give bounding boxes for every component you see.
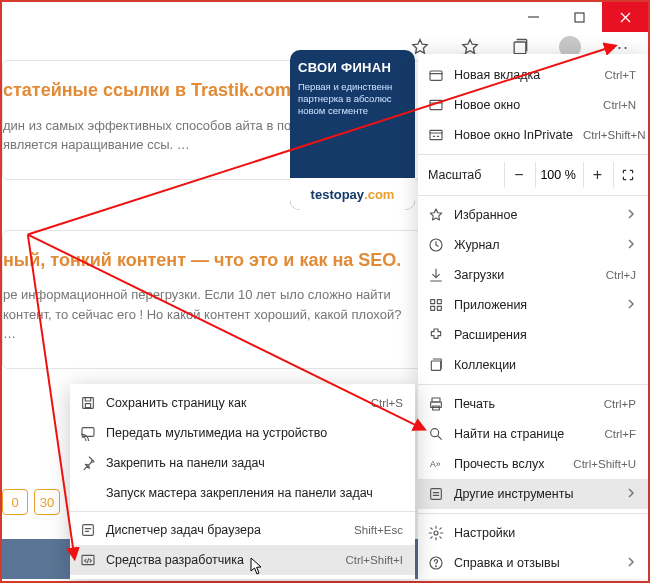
menu-item-shortcut: Ctrl+F [604,428,636,440]
menu-item[interactable]: Найти на странице Ctrl+F [418,419,648,449]
menu-item-label: Загрузки [454,268,596,282]
submenu-item[interactable]: Диспетчер задач браузера Shift+Esc [70,515,415,545]
menu-item-label: Приложения [454,298,616,312]
svg-text:A»: A» [430,459,441,469]
chevron-right-icon [626,298,636,312]
svg-rect-21 [85,404,90,408]
chevron-right-icon [626,238,636,252]
menu-item[interactable]: Печать Ctrl+P [418,389,648,419]
svg-rect-16 [431,489,442,500]
submenu-item[interactable]: Передать мультимедиа на устройство [70,418,415,448]
tab-icon [428,67,444,83]
svg-rect-4 [430,130,442,139]
zoom-out-button[interactable]: − [504,162,533,188]
zoom-controls: Масштаб − 100 % + [418,159,648,191]
svg-rect-6 [431,300,435,304]
print-icon [428,396,444,412]
menu-item[interactable]: Новая вкладка Ctrl+T [418,60,648,90]
close-button[interactable] [602,2,648,32]
menu-item[interactable]: Приложения [418,290,648,320]
menu-item[interactable]: Журнал [418,230,648,260]
svg-rect-1 [514,42,526,54]
menu-item-shortcut: Ctrl+Shift+U [573,458,636,470]
menu-item-label: Коллекции [454,358,636,372]
task-icon [80,522,96,538]
save-icon [80,395,96,411]
titlebar [2,2,648,32]
svg-rect-13 [433,406,440,410]
browser-main-menu[interactable]: Новая вкладка Ctrl+T Новое окно Ctrl+N Н… [418,54,648,579]
help-icon [428,555,444,571]
menu-divider [418,195,648,196]
submenu-item[interactable]: Сохранить страницу как Ctrl+S [70,388,415,418]
pin-icon [80,455,96,471]
promo-brand: testopay.com [290,178,415,210]
cast-icon [80,425,96,441]
menu-item-label: Избранное [454,208,616,222]
minimize-button[interactable] [510,2,556,32]
svg-rect-3 [430,100,442,109]
submenu-item[interactable]: Закрепить на панели задач [70,448,415,478]
chevron-right-icon [626,487,636,501]
promo-banner[interactable]: СВОИ ФИНАН Первая и единственн партнерка… [290,50,415,210]
menu-item[interactable]: Новое окно InPrivate Ctrl+Shift+N [418,120,648,150]
menu-item-label: Настройки [454,526,636,540]
menu-item[interactable]: Настройки [418,518,648,548]
menu-divider [418,384,648,385]
submenu-item-shortcut: Ctrl+S [371,397,403,409]
menu-item-label: Другие инструменты [454,487,616,501]
menu-item-label: Новая вкладка [454,68,594,82]
menu-item[interactable]: Расширения [418,320,648,350]
submenu-item[interactable]: Запуск мастера закрепления на панели зад… [70,478,415,508]
menu-item-shortcut: Ctrl+T [604,69,636,81]
zoom-in-button[interactable]: + [583,162,612,188]
submenu-item-shortcut: Ctrl+Shift+I [345,554,403,566]
collections-icon [428,357,444,373]
inprivate-icon [428,127,444,143]
submenu-item[interactable]: Средства разработчика Ctrl+Shift+I [70,545,415,575]
menu-item-label: Расширения [454,328,636,342]
menu-item-label: Найти на странице [454,427,594,441]
menu-item[interactable]: Справка и отзывы [418,548,648,578]
maximize-button[interactable] [556,2,602,32]
svg-rect-11 [432,398,440,402]
svg-rect-2 [430,71,442,80]
zoom-label: Масштаб [428,168,502,182]
svg-point-17 [434,531,438,535]
tools-icon [428,486,444,502]
menu-item[interactable]: Избранное [418,200,648,230]
menu-item[interactable]: Закрыть Microsoft Edge [418,578,648,583]
chevron-right-icon [626,208,636,222]
menu-item-shortcut: Ctrl+N [603,99,636,111]
svg-rect-23 [83,525,94,536]
menu-item[interactable]: Другие инструменты [418,479,648,509]
menu-item[interactable]: Загрузки Ctrl+J [418,260,648,290]
menu-item[interactable]: A» Прочесть вслух Ctrl+Shift+U [418,449,648,479]
menu-item-label: Новое окно [454,98,593,112]
more-tools-submenu[interactable]: Сохранить страницу как Ctrl+S Передать м… [70,384,415,579]
submenu-item-label: Закрепить на панели задач [106,456,403,470]
article-title: ный, тонкий контент — что это и как на S… [3,249,405,272]
menu-item-shortcut: Ctrl+J [606,269,636,281]
menu-divider [70,511,415,512]
pagination: 0 30 [2,489,60,515]
menu-item[interactable]: Коллекции [418,350,648,380]
chevron-right-icon [626,556,636,570]
page-number[interactable]: 30 [34,489,60,515]
article-card[interactable]: ный, тонкий контент — что это и как на S… [2,230,422,369]
submenu-item-label: Диспетчер задач браузера [106,523,344,537]
svg-rect-10 [431,361,440,370]
menu-item-shortcut: Ctrl+Shift+N [583,129,646,141]
submenu-item-label: Передать мультимедиа на устройство [106,426,403,440]
svg-rect-9 [437,306,441,310]
svg-point-14 [431,429,439,437]
page-number[interactable]: 0 [2,489,28,515]
history-icon [428,237,444,253]
apps-icon [428,297,444,313]
menu-divider [418,513,648,514]
fullscreen-button[interactable] [613,162,642,188]
star-icon [428,207,444,223]
menu-item[interactable]: Новое окно Ctrl+N [418,90,648,120]
find-icon [428,426,444,442]
readaloud-icon: A» [428,456,444,472]
